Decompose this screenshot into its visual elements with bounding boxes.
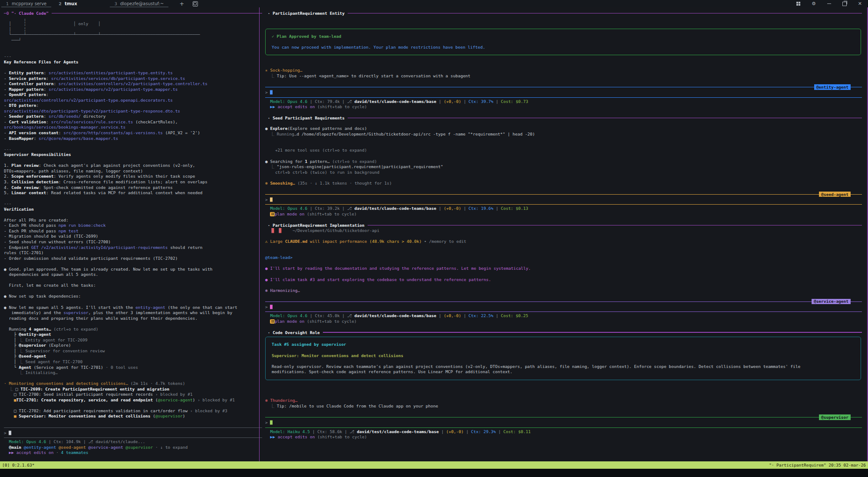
status-bar-clock: "· ParticipantRequirem" 20:35 02-mar-26 <box>769 463 866 467</box>
text-segment: (Service agent for TIC-2701) <box>31 365 103 370</box>
text-segment: Explore <box>270 126 287 131</box>
text-segment: | <box>436 313 444 318</box>
text-segment: Ctx: 39.7% <box>469 99 493 104</box>
terminal-line: ⚠ Large CLAUDE.md will impact performanc… <box>265 239 863 245</box>
new-pane-icon[interactable] <box>193 1 198 7</box>
prompt-input-seed[interactable]: @seed-agent> <box>265 194 862 205</box>
text-segment: : <box>44 70 49 75</box>
text-segment: │ <box>4 348 19 353</box>
prompt-line: > <box>265 304 862 310</box>
text-segment: (shift+tab to cycle) <box>305 319 357 324</box>
text-segment: | <box>493 99 501 104</box>
text-segment: □ <box>4 392 19 397</box>
prompt-input-entity[interactable]: @entity-agent> <box>265 87 862 98</box>
plan-mode-pause-icon: II <box>270 212 274 216</box>
tab-label: tmux <box>65 1 77 6</box>
text-segment: Agent <box>19 365 31 370</box>
pane-title-text: · ParticipantRequirement Entity <box>268 11 345 16</box>
text-segment: - Seed should run without errors (TIC-27… <box>4 239 111 244</box>
minimize-icon[interactable] <box>827 3 831 4</box>
text-segment: Ctx: 22.5% <box>469 313 493 318</box>
text-segment: ⎇ <box>347 206 355 211</box>
terminal-line: └ Agent (Service agent for TIC-2701) · 0… <box>4 365 263 371</box>
terminal-line: □ TIC-2700: Seed initial participant req… <box>4 392 263 398</box>
text-segment: API version constant <box>9 130 58 135</box>
terminal-line: dependencies and spawn all 5 agents. <box>4 272 263 278</box>
terminal-line: ● I'll start by reading the documentatio… <box>265 266 863 272</box>
blank-line <box>4 261 263 267</box>
text-segment: david/test/claude-code-teams/base <box>354 313 436 318</box>
text-segment: ⎇ <box>347 99 355 104</box>
text-segment: (shift+tab to cycle) <box>305 212 357 216</box>
blank-line <box>4 321 263 327</box>
agent-badge: @supervisor <box>819 414 851 420</box>
text-segment: Code review <box>11 185 39 190</box>
prompt-input-service[interactable]: @service-agent> <box>265 301 862 312</box>
blank-line <box>265 186 863 192</box>
pane-title: · ParticipantRequirement Entity <box>265 10 863 16</box>
text-segment: | <box>81 439 88 444</box>
box-line: Supervisor: Monitor conventions and dete… <box>272 353 855 359</box>
text-segment: Key Reference Files for Agents <box>4 60 79 64</box>
text-segment: BaseMapper <box>9 136 33 141</box>
prompt-chevron: > <box>265 90 270 95</box>
text-segment: src/activities/controllers/v2/participan… <box>59 81 207 86</box>
text-segment: ✓ Plan Approved by team-lead <box>272 34 341 39</box>
blank-line <box>4 158 263 163</box>
text-segment: (35s · ↓ 1.1k tokens · thought for 1s) <box>295 181 392 186</box>
tab-mcpproxy-serve[interactable]: 1mcpproxy serve <box>0 0 53 7</box>
terminal-line: 1. Plan review: Check each agent's plan … <box>4 163 263 169</box>
terminal-line: - OpenAPI pattern: <box>4 92 263 98</box>
text-segment: ╷ <box>4 16 26 21</box>
restore-icon[interactable] <box>842 2 847 6</box>
text-segment: ctrl+b ctrl+b (twice) to run in backgrou… <box>265 170 379 175</box>
terminal-line: - Order submission should validate parti… <box>4 256 263 262</box>
text-segment: ├ <box>4 332 19 337</box>
pane-border-line <box>368 225 862 226</box>
text-segment: Model: Opus 4.6 <box>270 313 307 318</box>
text-segment <box>4 450 9 455</box>
text-segment: Ctx: 104.9k <box>53 439 81 444</box>
blank-line <box>265 153 863 159</box>
text-segment: Service pattern <box>9 76 46 81</box>
apps-grid-icon[interactable] <box>796 2 800 6</box>
text-segment: @supervisor <box>155 414 183 418</box>
prompt-input-supervisor[interactable]: @supervisor> <box>265 417 862 428</box>
prompt-input-main[interactable]: > <box>4 427 262 438</box>
text-segment: Ctx: 79.4k <box>315 99 339 104</box>
text-segment: ├ <box>4 354 19 358</box>
text-segment: ▶▶ <box>270 434 277 439</box>
terminal-line: │ ╎ <box>4 27 263 33</box>
text-segment: | <box>307 313 315 318</box>
blank-line <box>265 121 863 126</box>
text-segment: ▐▌ ▐▌ <box>265 228 283 233</box>
text-segment: › blocked by #1 <box>195 398 235 402</box>
text-segment: ● <box>265 277 270 282</box>
blank-line <box>265 233 863 239</box>
text-segment: - <box>4 119 9 124</box>
tab-tmux[interactable]: 2tmux <box>53 0 83 7</box>
terminal-line: @main @entity-agent @seed-agent @service… <box>4 445 263 450</box>
text-segment: d /home/dlopezfe/Development/Github/tick… <box>296 132 535 136</box>
terminal-line: · Monitoring conventions and detecting c… <box>4 381 263 387</box>
text-segment: Scope enforcement <box>11 174 53 179</box>
terminal-line: Verification <box>4 207 263 212</box>
text-segment: ) <box>183 414 185 418</box>
box-line <box>272 39 855 45</box>
text-segment: : Spot-check committed code against refe… <box>39 185 173 190</box>
close-icon[interactable]: ✕ <box>858 1 862 7</box>
terminal-line: ├ @entity-agent <box>4 332 263 338</box>
terminal-window: 1mcpproxy serve2tmux3dlopezfe@asustuf:~ … <box>0 0 868 477</box>
terminal-line: --- <box>4 201 263 207</box>
terminal-line: ⎿ Running…d /home/dlopezfe/Development/G… <box>265 132 863 137</box>
new-tab-button[interactable]: + <box>179 0 184 7</box>
text-cursor <box>270 90 273 95</box>
tab-dlopezfe-asustuf-[interactable]: 3dlopezfe@asustuf:~ <box>108 0 170 7</box>
text-segment: | <box>342 429 349 434</box>
text-segment: : <box>46 76 51 81</box>
terminal-line: ⎿ Initializing… <box>4 370 263 376</box>
text-segment: Ctx: 45.0k <box>315 313 339 318</box>
settings-gear-icon[interactable]: ⚙ <box>812 1 816 7</box>
text-segment: npm test <box>59 229 79 233</box>
blank-line <box>265 175 863 181</box>
